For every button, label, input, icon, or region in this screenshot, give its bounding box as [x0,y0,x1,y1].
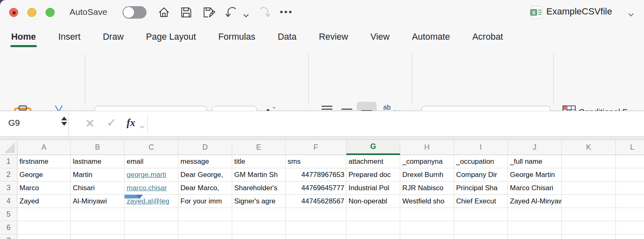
cell-C1[interactable]: email [125,155,178,168]
tab-acrobat[interactable]: Acrobat [471,26,504,48]
cell-H3[interactable]: RJR Nabisco [400,182,454,195]
column-header-J[interactable]: J [508,140,562,155]
more-icon[interactable]: ••• [280,7,293,17]
undo-menu-chevron-icon[interactable] [244,11,248,18]
tab-automate[interactable]: Automate [411,26,451,48]
column-header-B[interactable]: B [71,140,125,155]
cell-L1[interactable] [616,155,644,168]
cell-G1[interactable]: attachment [346,155,400,168]
cell-A6[interactable] [17,221,71,234]
cell-K1[interactable] [562,155,616,168]
column-header-I[interactable]: I [454,140,508,155]
email-link[interactable]: marco.chisar [127,184,167,192]
cell-C7[interactable] [125,234,178,239]
cell-D6[interactable] [178,221,232,234]
cell-E2[interactable]: GM Martin Sh [232,168,286,182]
cell-G5[interactable] [346,208,400,221]
select-all-corner[interactable] [0,140,17,155]
cell-E3[interactable]: Shareholder's [232,182,286,195]
cell-E7[interactable] [232,234,286,239]
cell-I5[interactable] [454,208,508,221]
cell-D2[interactable]: Dear George, [178,168,232,182]
cell-F4[interactable]: 44745628567 [286,195,346,208]
cell-C6[interactable] [125,221,178,234]
cell-G4[interactable]: Non-operabl [346,195,400,208]
email-link[interactable]: george.marti [127,171,166,179]
cell-L2[interactable] [616,168,644,182]
undo-icon[interactable] [225,6,238,19]
title-chevron-icon[interactable] [629,10,633,17]
cell-G7[interactable] [346,234,400,239]
name-box[interactable]: G9 [8,118,20,128]
column-header-G[interactable]: G [346,140,400,155]
cell-C3[interactable]: marco.chisar [125,182,178,195]
row-header-1[interactable]: 1 [0,155,17,168]
column-header-H[interactable]: H [400,140,454,155]
cell-F1[interactable]: sms [286,155,346,168]
tab-view[interactable]: View [370,26,390,48]
cell-I6[interactable] [454,221,508,234]
cell-H7[interactable] [400,234,454,239]
cell-A2[interactable]: George [17,168,71,182]
save-icon[interactable] [180,6,193,19]
cell-A1[interactable]: firstname [17,155,71,168]
cell-F5[interactable] [286,208,346,221]
cell-L6[interactable] [616,221,644,234]
cell-K4[interactable] [562,195,616,208]
cell-C5[interactable] [125,208,178,221]
cell-J7[interactable] [508,234,562,239]
cell-J4[interactable]: Zayed Al-Minyawi [508,195,562,208]
cell-E6[interactable] [232,221,286,234]
tab-draw[interactable]: Draw [102,26,125,48]
cell-G6[interactable] [346,221,400,234]
cell-B6[interactable] [71,221,125,234]
cell-E5[interactable] [232,208,286,221]
cell-L5[interactable] [616,208,644,221]
cell-K7[interactable] [562,234,616,239]
column-header-E[interactable]: E [232,140,286,155]
cell-D3[interactable]: Dear Marco, [178,182,232,195]
minimize-icon[interactable] [27,8,36,17]
cell-H4[interactable]: Westfield sho [400,195,454,208]
tab-formulas[interactable]: Formulas [217,26,256,48]
cell-I2[interactable]: Company Dir [454,168,508,182]
tab-home[interactable]: Home [10,26,37,48]
row-header-3[interactable]: 3 [0,182,17,195]
cell-D5[interactable] [178,208,232,221]
cell-J6[interactable] [508,221,562,234]
cell-I3[interactable]: Principal Sha [454,182,508,195]
cell-F7[interactable] [286,234,346,239]
cell-A4[interactable]: Zayed [17,195,71,208]
document-title[interactable]: ExampleCSVfile [546,6,612,17]
cell-H5[interactable] [400,208,454,221]
cell-B1[interactable]: lastname [71,155,125,168]
cell-H6[interactable] [400,221,454,234]
column-header-D[interactable]: D [178,140,232,155]
cell-K6[interactable] [562,221,616,234]
row-header-4[interactable]: 4 [0,195,17,208]
cell-G2[interactable]: Prepared doc [346,168,400,182]
tab-review[interactable]: Review [318,26,349,48]
cell-J2[interactable]: George Martin [508,168,562,182]
column-header-K[interactable]: K [562,140,616,155]
cell-H2[interactable]: Drexel Burnh [400,168,454,182]
cell-C4[interactable]: zayed.al@leg [125,195,178,208]
cell-I7[interactable] [454,234,508,239]
cell-K3[interactable] [562,182,616,195]
cell-B3[interactable]: Chisari [71,182,125,195]
cell-F2[interactable]: 44778967653 [286,168,346,182]
row-header-6[interactable]: 6 [0,221,17,234]
home-icon[interactable] [157,6,171,19]
row-header-5[interactable]: 5 [0,208,17,221]
column-header-F[interactable]: F [286,140,346,155]
cell-L3[interactable] [616,182,644,195]
name-box-spinner[interactable] [61,117,67,126]
fx-chevron-icon[interactable] [141,122,144,129]
cell-D7[interactable] [178,234,232,239]
cell-H1[interactable]: _companyna [400,155,454,168]
tab-page-layout[interactable]: Page Layout [145,26,197,48]
cell-E1[interactable]: title [232,155,286,168]
cell-B4[interactable]: Al-Minyawi [71,195,125,208]
cell-A3[interactable]: Marco [17,182,71,195]
tab-insert[interactable]: Insert [58,26,82,48]
